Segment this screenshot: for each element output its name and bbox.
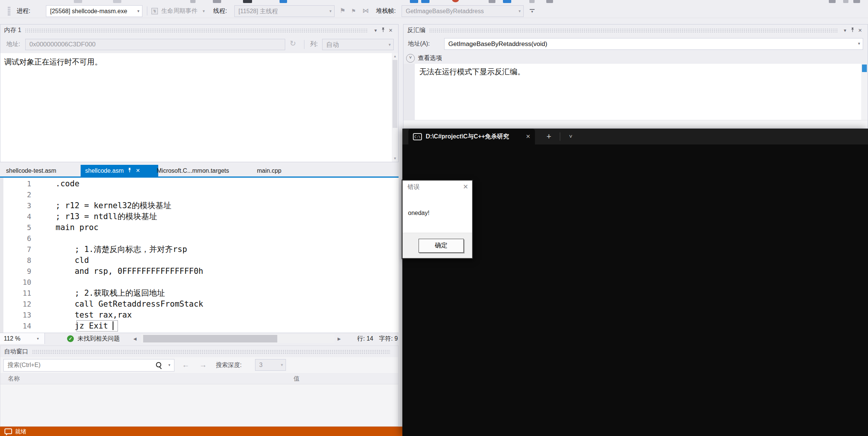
toolbar-grip[interactable] xyxy=(8,6,11,15)
clipped-toolbar-icon[interactable] xyxy=(843,0,848,3)
code-line[interactable]: 10 xyxy=(0,277,399,288)
tab-common-targets[interactable]: Microsoft.C...mmon.targets xyxy=(150,165,258,177)
pin-icon[interactable] xyxy=(127,165,132,177)
code-line[interactable]: 7 ; 1.清楚反向标志，并对齐rsp xyxy=(0,244,399,255)
clipped-toolbar-icon[interactable] xyxy=(853,0,860,3)
flag-threads-icon[interactable]: ⚑ xyxy=(351,5,356,17)
clipped-toolbar-icon[interactable] xyxy=(113,0,121,3)
error-dialog-titlebar[interactable]: 错误 xyxy=(403,181,472,193)
pin-icon[interactable] xyxy=(379,27,387,34)
tab-shellcode-asm[interactable]: shellcode.asm ✕ xyxy=(81,165,158,177)
memory-panel-titlebar[interactable]: 内存 1 ▾ ✕ xyxy=(0,25,398,36)
toolbar-overflow-button[interactable]: ▾ xyxy=(530,9,535,14)
new-tab-icon[interactable]: + xyxy=(542,129,555,144)
clipped-toolbar-icon[interactable] xyxy=(410,0,418,3)
tab-shellcode-test-asm[interactable]: shellcode-test.asm xyxy=(0,165,62,177)
disassembly-horizontal-scrollbar[interactable] xyxy=(403,120,868,128)
nav-forward-icon[interactable]: → xyxy=(199,359,207,371)
code-line[interactable]: 6 xyxy=(0,233,399,244)
scroll-left-icon[interactable]: ◀ xyxy=(133,333,136,344)
clipped-toolbar-icon[interactable] xyxy=(503,0,511,3)
chevron-down-icon[interactable]: ▾ xyxy=(858,41,860,46)
name-column-header[interactable]: 名称 xyxy=(8,373,20,384)
code-line[interactable]: 13 test rax,rax xyxy=(0,310,399,321)
memory-toolbar: 地址: ↻ 列: 自动 ▾ xyxy=(0,36,398,54)
feedback-bubble-icon[interactable] xyxy=(5,428,12,434)
ok-button[interactable]: 确定 xyxy=(419,239,464,253)
code-line[interactable]: 1 .code xyxy=(0,178,399,189)
stackframe-dropdown[interactable]: GetImageBaseByRetaddress ▾ xyxy=(402,5,524,17)
terminal-tab[interactable]: C:\ D:\C#project\C与C++免杀研究 ✕ xyxy=(408,129,535,144)
code-line[interactable]: 4 ; r13 = ntdll的模块基址 xyxy=(0,211,399,222)
clipped-toolbar-icon[interactable] xyxy=(74,0,82,3)
tab-main-cpp[interactable]: main.cpp xyxy=(246,165,325,177)
clipped-toolbar-icon[interactable] xyxy=(190,0,196,3)
memory-address-input[interactable] xyxy=(25,39,285,50)
memory-panel: 内存 1 ▾ ✕ 地址: ↻ 列: 自动 ▾ 调试对象正在运行时不可用。 ▲ ▼ xyxy=(0,24,399,162)
close-icon[interactable]: ✕ xyxy=(856,28,864,33)
code-line[interactable]: 9 and rsp, 0FFFFFFFFFFFFFFF0h xyxy=(0,266,399,277)
process-dropdown[interactable]: [25568] shellcode-masm.exe ▾ xyxy=(46,5,142,17)
nav-back-icon[interactable]: ← xyxy=(182,359,189,371)
code-line[interactable]: 2 xyxy=(0,189,399,200)
window-position-icon[interactable]: ▾ xyxy=(841,28,849,33)
clipped-toolbar-icon[interactable] xyxy=(546,0,553,3)
autos-panel-titlebar[interactable]: 自动窗口 xyxy=(0,346,398,357)
disassembly-content[interactable]: 无法在运行模式下显示反汇编。 xyxy=(403,64,868,120)
disassembly-vertical-scrollbar[interactable] xyxy=(861,64,868,120)
thread-dropdown[interactable]: [11528] 主线程 ▾ xyxy=(234,5,335,17)
code-line[interactable]: 8 cld xyxy=(0,255,399,266)
clipped-toolbar-icon[interactable] xyxy=(213,0,221,3)
code-line[interactable]: 3 ; r12 = kernel32的模块基址 xyxy=(0,200,399,211)
disassembly-panel-titlebar[interactable]: 反汇编 ▾ ✕ xyxy=(403,25,868,36)
clipped-record-icon[interactable] xyxy=(452,0,459,2)
disassembly-address-input[interactable] xyxy=(444,38,863,50)
search-icon[interactable] xyxy=(156,362,161,367)
value-column-header[interactable]: 值 xyxy=(293,373,300,384)
threads-in-source-icon[interactable]: ⋈ xyxy=(362,5,369,17)
code-line[interactable]: 14 jz Exit xyxy=(0,321,399,332)
scrollbar-thumb[interactable] xyxy=(143,335,277,342)
search-depth-dropdown[interactable]: 3 ▾ xyxy=(255,359,286,371)
debug-toolbar: 进程: [25568] shellcode-masm.exe ▾ ↯ 生命周期事… xyxy=(0,0,868,18)
document-health-icon[interactable]: ✓ xyxy=(67,335,74,342)
code-editor[interactable]: 1 .code 2 3 ; r12 = kernel32的模块基址 4 ; r1… xyxy=(0,178,399,333)
refresh-icon[interactable]: ↻ xyxy=(290,39,296,48)
editor-horizontal-scrollbar[interactable] xyxy=(141,334,335,343)
chevron-down-icon[interactable]: ▾ xyxy=(168,359,170,370)
scrollbar-thumb[interactable] xyxy=(393,60,397,128)
close-icon[interactable]: ✕ xyxy=(136,165,140,177)
editor-zoom-control[interactable]: 112 % ▾ xyxy=(0,333,45,344)
autos-content[interactable] xyxy=(0,384,398,426)
pin-icon[interactable] xyxy=(849,27,856,34)
memory-content[interactable]: 调试对象正在运行时不可用。 ▲ ▼ xyxy=(0,53,398,162)
code-line[interactable]: 11 ; 2.获取栈上的返回地址 xyxy=(0,288,399,299)
clipped-toolbar-icon[interactable] xyxy=(280,0,287,3)
clipped-toolbar-icon[interactable] xyxy=(829,0,836,3)
tab-dropdown-icon[interactable]: ˅ xyxy=(565,129,576,144)
clipped-toolbar-icon[interactable] xyxy=(243,0,252,3)
view-options-label[interactable]: 查看选项 xyxy=(418,54,442,62)
error-dialog-title: 错误 xyxy=(408,184,420,190)
memory-columns-dropdown[interactable]: 自动 ▾ xyxy=(322,39,394,50)
collapse-chevron-icon[interactable]: ˅ xyxy=(406,54,415,63)
search-input[interactable] xyxy=(4,359,158,370)
clipped-toolbar-icon[interactable] xyxy=(529,0,535,3)
document-health-label[interactable]: 未找到相关问题 xyxy=(78,333,120,344)
window-position-icon[interactable]: ▾ xyxy=(372,28,379,33)
chevron-down-icon[interactable]: ▾ xyxy=(203,5,205,17)
memory-vertical-scrollbar[interactable]: ▲ ▼ xyxy=(392,53,398,162)
close-icon[interactable]: ✕ xyxy=(463,181,468,193)
clipped-toolbar-icon[interactable] xyxy=(421,0,429,3)
flag-icon[interactable]: ⚑ xyxy=(340,5,345,17)
code-line[interactable]: 12 call GetRetaddressFromStack xyxy=(0,299,399,310)
scroll-up-icon[interactable]: ▲ xyxy=(392,53,398,60)
scroll-right-icon[interactable]: ▶ xyxy=(338,333,341,344)
code-line[interactable]: 5 main proc xyxy=(0,222,399,233)
clipped-toolbar-icon[interactable] xyxy=(489,0,495,3)
scrollbar-thumb[interactable] xyxy=(862,64,867,72)
close-icon[interactable]: ✕ xyxy=(387,28,394,33)
lifecycle-events-button[interactable]: 生命周期事件 xyxy=(161,5,197,17)
close-icon[interactable]: ✕ xyxy=(526,133,530,140)
scroll-down-icon[interactable]: ▼ xyxy=(392,155,398,162)
